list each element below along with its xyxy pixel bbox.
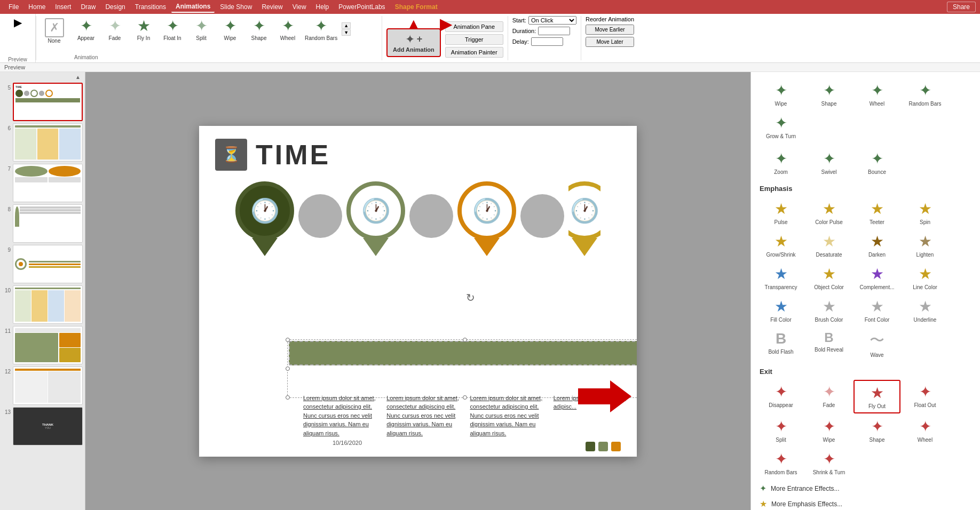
scroll-up-arrow[interactable]: ▲ <box>75 74 81 80</box>
slide-thumb-12[interactable]: 12 <box>2 366 83 405</box>
menu-powerpointlabs[interactable]: PowerPointLabs <box>334 2 389 12</box>
ribbon-anim-wipe[interactable]: ✦ Wipe <box>216 16 244 42</box>
anim-spin[interactable]: ★ Spin <box>902 197 949 228</box>
anim-desaturate[interactable]: ★ Desaturate <box>805 229 852 261</box>
anim-underline[interactable]: ★ Underline <box>902 294 949 326</box>
anim-shape-exit[interactable]: ✦ Shape <box>853 415 900 446</box>
more-entrance-link[interactable]: ✦ More Entrance Effects... <box>751 481 980 496</box>
slide-img-6[interactable] <box>13 123 83 162</box>
slide-thumb-11[interactable]: 11 <box>2 326 83 364</box>
anim-brushcolor[interactable]: ★ Brush Color <box>805 294 852 326</box>
anim-scroll-down[interactable]: ▼ <box>342 29 351 36</box>
ribbon-anim-flyin[interactable]: ★ Fly In <box>130 16 157 42</box>
menu-animations[interactable]: Animations <box>171 1 215 13</box>
ribbon-anim-floatin[interactable]: ✦ Float In <box>159 16 186 42</box>
slide-img-5[interactable]: TIME <box>13 83 83 121</box>
anim-randombars-exit[interactable]: ✦ Random Bars <box>757 447 804 479</box>
slide-thumb-13[interactable]: 13 THANK YOU <box>2 407 83 445</box>
anim-lighten[interactable]: ★ Lighten <box>902 229 949 261</box>
anim-shrinkturn[interactable]: ✦ Shrink & Turn <box>805 447 852 479</box>
slide-thumb-6[interactable]: 6 <box>2 123 83 162</box>
sel-handle-ml[interactable] <box>286 366 290 371</box>
slide-thumb-7[interactable]: 7 <box>2 164 83 202</box>
anim-transparency[interactable]: ★ Transparency <box>757 262 804 293</box>
anim-wheel[interactable]: ✦ Wheel <box>853 78 900 110</box>
menu-insert[interactable]: Insert <box>51 2 75 12</box>
anim-darken[interactable]: ★ Darken <box>853 229 900 261</box>
slide-thumb-9[interactable]: 9 <box>2 245 83 283</box>
ribbon-anim-fade[interactable]: ✦ Fade <box>101 16 129 42</box>
more-emphasis-link[interactable]: ★ More Emphasis Effects... <box>751 496 980 510</box>
anim-boldreveal[interactable]: B Bold Reveal <box>805 327 852 361</box>
ribbon-anim-appear[interactable]: ✦ Appear <box>72 16 100 42</box>
menu-review[interactable]: Review <box>257 2 287 12</box>
anim-objectcolor[interactable]: ★ Object Color <box>805 262 852 293</box>
anim-fade-exit[interactable]: ✦ Fade <box>805 380 852 413</box>
lighten-label: Lighten <box>916 252 934 258</box>
menu-bar: File Home Insert Draw Design Transitions… <box>0 0 980 14</box>
anim-growturn[interactable]: ✦ Grow & Turn <box>757 111 804 142</box>
anim-teeter[interactable]: ★ Teeter <box>853 197 900 228</box>
slide-img-9[interactable] <box>13 245 83 283</box>
ribbon-anim-randombars[interactable]: ✦ Random Bars <box>303 16 339 42</box>
anim-wave[interactable]: 〜 Wave <box>853 327 900 361</box>
menu-transitions[interactable]: Transitions <box>131 2 170 12</box>
anim-complement[interactable]: ★ Complement... <box>853 262 900 293</box>
menu-shapeformat[interactable]: Shape Format <box>391 2 442 12</box>
slide-img-8[interactable] <box>13 204 83 243</box>
sel-handle-tl[interactable] <box>286 338 290 342</box>
anim-randombars[interactable]: ✦ Random Bars <box>902 78 949 110</box>
menu-draw[interactable]: Draw <box>76 2 100 12</box>
anim-zoom[interactable]: ✦ Zoom <box>757 147 804 178</box>
anim-boldflash[interactable]: B Bold Flash <box>757 327 804 361</box>
menu-slideshow[interactable]: Slide Show <box>216 2 256 12</box>
anim-split-exit[interactable]: ✦ Split <box>757 415 804 446</box>
anim-bounce[interactable]: ✦ Bounce <box>853 147 900 178</box>
menu-view[interactable]: View <box>288 2 311 12</box>
slide-img-12[interactable] <box>13 366 83 405</box>
anim-wipe-exit[interactable]: ✦ Wipe <box>805 415 852 446</box>
rotate-handle[interactable]: ↻ <box>466 291 475 304</box>
anim-flyout[interactable]: ★ Fly Out <box>853 380 900 413</box>
move-later-button[interactable]: Move Later <box>586 37 634 47</box>
delay-input[interactable] <box>531 37 563 46</box>
ribbon-anim-shape[interactable]: ✦ Shape <box>245 16 273 42</box>
anim-fontcolor[interactable]: ★ Font Color <box>853 294 900 326</box>
slide-img-7[interactable] <box>13 164 83 202</box>
anim-growshrink[interactable]: ★ Grow/Shrink <box>757 229 804 261</box>
slide-img-13[interactable]: THANK YOU <box>13 407 83 445</box>
ribbon-anim-split[interactable]: ✦ Split <box>187 16 215 42</box>
menu-home[interactable]: Home <box>24 2 50 12</box>
preview-button[interactable]: ▶ <box>4 14 31 31</box>
anim-scroll-up[interactable]: ▲ <box>342 22 351 29</box>
anim-pulse[interactable]: ★ Pulse <box>757 197 804 228</box>
sel-handle-tm[interactable] <box>463 338 467 342</box>
anim-wipe[interactable]: ✦ Wipe <box>757 78 804 110</box>
anim-shape[interactable]: ✦ Shape <box>805 78 852 110</box>
anim-disappear[interactable]: ✦ Disappear <box>757 380 804 413</box>
add-animation-button[interactable]: ✦ + Add Animation <box>386 28 441 57</box>
anim-linecolor[interactable]: ★ Line Color <box>902 262 949 293</box>
start-select[interactable]: On Click <box>528 16 576 25</box>
animation-painter-button[interactable]: Animation Painter <box>445 47 503 58</box>
slide-img-10[interactable] <box>13 285 83 324</box>
trigger-button[interactable]: Trigger <box>445 34 503 45</box>
slide-thumb-10[interactable]: 10 <box>2 285 83 324</box>
menu-design[interactable]: Design <box>101 2 129 12</box>
anim-fillcolor[interactable]: ★ Fill Color <box>757 294 804 326</box>
duration-input[interactable] <box>538 27 570 35</box>
slide-thumb-5[interactable]: 5 TIME <box>2 83 83 121</box>
none-button[interactable]: ✗ None <box>39 16 69 46</box>
anim-swivel[interactable]: ✦ Swivel <box>805 147 852 178</box>
ribbon-anim-wheel[interactable]: ✦ Wheel <box>274 16 302 42</box>
share-button[interactable]: Share <box>947 2 976 12</box>
anim-wheel-exit[interactable]: ✦ Wheel <box>902 415 949 446</box>
menu-help[interactable]: Help <box>312 2 334 12</box>
slide-img-11[interactable] <box>13 326 83 364</box>
animation-pane-button[interactable]: Animation Pane <box>445 21 503 32</box>
move-earlier-button[interactable]: Move Earlier <box>586 25 634 35</box>
anim-colorpulse[interactable]: ★ Color Pulse <box>805 197 852 228</box>
slide-thumb-8[interactable]: 8 <box>2 204 83 243</box>
menu-file[interactable]: File <box>4 2 23 12</box>
anim-floatout[interactable]: ✦ Float Out <box>902 380 949 413</box>
